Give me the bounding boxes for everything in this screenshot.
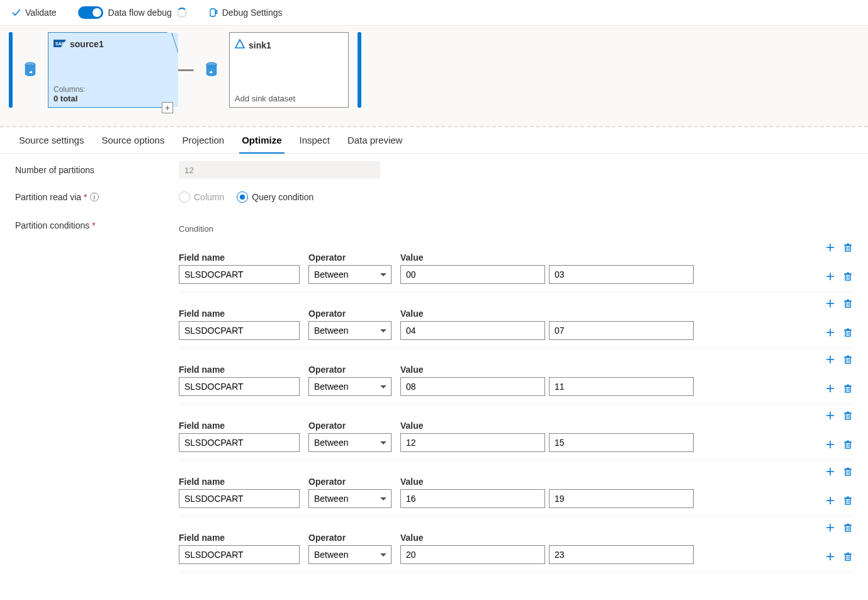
value-to-input[interactable] <box>549 489 694 508</box>
delete-condition-button[interactable] <box>843 327 853 337</box>
delete-condition-button[interactable] <box>843 439 853 450</box>
toolbar: Validate Data flow debug Debug Settings <box>0 0 868 25</box>
operator-select[interactable]: Between <box>308 265 392 284</box>
tab-data-preview[interactable]: Data preview <box>339 127 412 153</box>
field-name-input[interactable] <box>179 265 300 284</box>
tab-optimize[interactable]: Optimize <box>233 127 290 153</box>
add-branch-button[interactable]: + <box>162 102 173 113</box>
node-sink1[interactable]: sink1 Add sink dataset <box>229 32 349 108</box>
operator-select[interactable]: Between <box>308 321 392 340</box>
tab-inspect[interactable]: Inspect <box>291 127 339 153</box>
add-condition-button[interactable] <box>825 495 835 506</box>
check-icon <box>11 8 21 18</box>
add-condition-button[interactable] <box>825 439 835 450</box>
field-name-input[interactable] <box>179 377 300 396</box>
svg-rect-66 <box>845 470 850 475</box>
value-from-input[interactable] <box>400 265 545 284</box>
svg-rect-17 <box>845 275 850 280</box>
value-from-input[interactable] <box>400 321 545 340</box>
add-group-button[interactable] <box>825 242 835 252</box>
value-from-input[interactable] <box>400 489 545 508</box>
operator-select[interactable]: Between <box>308 489 392 508</box>
node-source1[interactable]: SAP source1 Columns: 0 total + <box>48 32 167 108</box>
delete-group-button[interactable] <box>843 410 853 421</box>
field-name-input[interactable] <box>179 321 300 340</box>
field-name-label: Field name <box>179 421 300 431</box>
node-source-title: source1 <box>70 39 104 49</box>
debug-toggle[interactable] <box>78 6 103 19</box>
condition-row: Field nameOperatorBetweenValue <box>179 523 853 572</box>
operator-label: Operator <box>308 252 392 263</box>
node-sink-title: sink1 <box>249 40 271 50</box>
field-name-input[interactable] <box>179 489 300 508</box>
value-label: Value <box>400 365 694 375</box>
value-to-input[interactable] <box>549 433 694 452</box>
node-handle <box>9 32 13 108</box>
value-to-input[interactable] <box>549 265 694 284</box>
value-label: Value <box>400 533 694 543</box>
tabs: Source settingsSource optionsProjectionO… <box>0 127 868 154</box>
add-group-button[interactable] <box>825 354 835 365</box>
value-from-input[interactable] <box>400 433 545 452</box>
delete-group-button[interactable] <box>843 242 853 252</box>
delete-group-button[interactable] <box>843 467 853 477</box>
partition-conditions-label: Partition conditions <box>15 220 89 230</box>
field-name-label: Field name <box>179 252 300 263</box>
value-from-input[interactable] <box>400 377 545 396</box>
condition-row: Field nameOperatorBetweenValue <box>179 354 853 404</box>
delete-condition-button[interactable] <box>843 271 853 281</box>
validate-button[interactable]: Validate <box>8 6 60 19</box>
delete-condition-button[interactable] <box>843 495 853 506</box>
operator-select[interactable]: Between <box>308 545 392 564</box>
add-group-button[interactable] <box>825 467 835 477</box>
tab-projection[interactable]: Projection <box>173 127 233 153</box>
delete-condition-button[interactable] <box>843 552 853 562</box>
tab-source-options[interactable]: Source options <box>93 127 173 153</box>
info-icon[interactable]: i <box>90 193 99 201</box>
operator-label: Operator <box>308 533 392 543</box>
conditions-list: Field nameOperatorBetweenValueField name… <box>179 242 853 572</box>
add-condition-button[interactable] <box>825 552 835 562</box>
spinner-icon <box>177 8 187 18</box>
condition-row: Field nameOperatorBetweenValue <box>179 242 853 292</box>
radio-column[interactable]: Column <box>179 191 224 203</box>
field-name-label: Field name <box>179 477 300 487</box>
add-group-button[interactable] <box>825 523 835 533</box>
field-name-input[interactable] <box>179 545 300 564</box>
field-name-input[interactable] <box>179 433 300 452</box>
add-condition-button[interactable] <box>825 327 835 337</box>
delete-group-button[interactable] <box>843 523 853 533</box>
svg-rect-59 <box>845 443 850 448</box>
tab-source-settings[interactable]: Source settings <box>10 127 93 153</box>
database-in-icon <box>203 32 220 108</box>
operator-select[interactable]: Between <box>308 377 392 396</box>
num-partitions-label: Number of partitions <box>15 165 94 175</box>
add-condition-button[interactable] <box>825 271 835 281</box>
svg-rect-45 <box>845 387 850 392</box>
add-condition-button[interactable] <box>825 383 835 393</box>
operator-select[interactable]: Between <box>308 433 392 452</box>
connector <box>176 32 194 108</box>
value-to-input[interactable] <box>549 377 694 396</box>
value-from-input[interactable] <box>400 545 545 564</box>
add-group-button[interactable] <box>825 298 835 308</box>
delete-condition-button[interactable] <box>843 383 853 393</box>
condition-row: Field nameOperatorBetweenValue <box>179 298 853 348</box>
value-label: Value <box>400 252 694 263</box>
operator-label: Operator <box>308 308 392 319</box>
radio-column-label: Column <box>194 192 224 202</box>
required-asterisk: * <box>84 192 87 202</box>
svg-rect-38 <box>845 358 850 363</box>
num-partitions-input[interactable] <box>179 161 380 179</box>
delete-group-button[interactable] <box>843 298 853 308</box>
sap-icon: SAP <box>54 39 66 49</box>
condition-header: Condition <box>179 224 853 234</box>
add-group-button[interactable] <box>825 410 835 421</box>
value-to-input[interactable] <box>549 545 694 564</box>
flow-canvas[interactable]: SAP source1 Columns: 0 total + sink1 <box>0 25 868 127</box>
delete-group-button[interactable] <box>843 354 853 365</box>
debug-settings-button[interactable]: Debug Settings <box>205 6 286 19</box>
value-to-input[interactable] <box>549 321 694 340</box>
radio-query-condition[interactable]: Query condition <box>237 191 313 203</box>
debug-settings-icon <box>208 8 218 18</box>
